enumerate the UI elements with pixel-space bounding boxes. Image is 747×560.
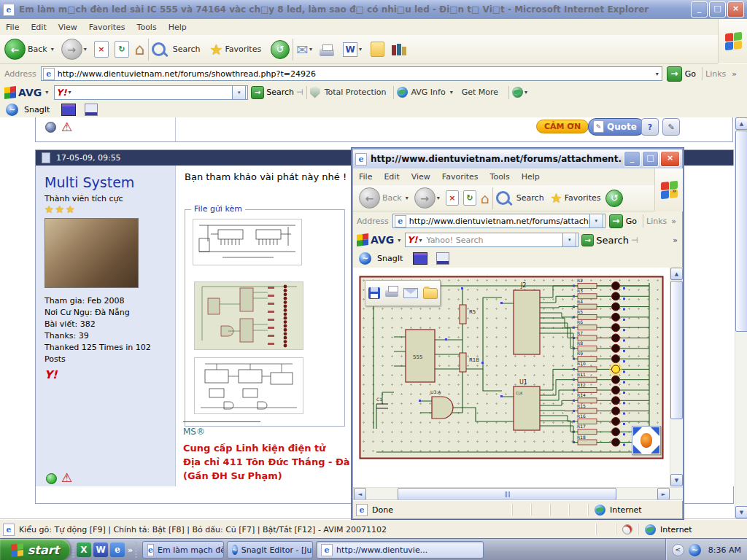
popup-avg-go-icon[interactable]: → bbox=[581, 234, 594, 246]
links-label[interactable]: Links bbox=[705, 69, 726, 79]
popup-avg-handle-icon[interactable]: ⊣ bbox=[631, 236, 638, 245]
tray-chevron-icon[interactable]: < bbox=[672, 544, 684, 556]
quicklaunch-chevron[interactable]: » bbox=[128, 545, 133, 555]
popup-snagit-label[interactable]: SnagIt bbox=[377, 254, 403, 263]
popup-back-dropdown-icon[interactable]: ▾ bbox=[406, 195, 409, 201]
popup-back-button[interactable]: ← bbox=[359, 187, 380, 209]
go-button-icon[interactable]: → bbox=[667, 66, 682, 82]
quicklaunch-ie-icon[interactable]: e bbox=[110, 542, 125, 557]
popup-avg-logo-icon[interactable] bbox=[357, 233, 368, 246]
links-chevron-icon[interactable]: » bbox=[732, 69, 737, 79]
popup-stop-button[interactable]: × bbox=[446, 190, 459, 206]
avg-search-box[interactable]: Y! ▾ ▾ bbox=[54, 85, 248, 100]
forward-button[interactable]: → bbox=[61, 39, 82, 60]
save-image-icon[interactable] bbox=[368, 287, 380, 299]
menu-favorites[interactable]: Favorites bbox=[83, 20, 131, 34]
quote-button[interactable]: ✎ Quote bbox=[588, 118, 645, 136]
popup-toolbar-chevron[interactable]: » bbox=[672, 186, 677, 195]
task-button-thread[interactable]: e Em làm mạch đèn led ... bbox=[142, 541, 224, 559]
snagit-icon[interactable]: ~ bbox=[6, 104, 18, 116]
quicklaunch-word-icon[interactable]: W bbox=[93, 542, 108, 557]
image-resize-icon[interactable] bbox=[632, 426, 661, 455]
favorites-icon[interactable]: ★ bbox=[210, 41, 223, 58]
popup-search-label[interactable]: Search bbox=[516, 193, 544, 203]
get-more-label[interactable]: Get More bbox=[462, 88, 498, 97]
avg-info-dropdown-icon[interactable]: ▾ bbox=[450, 89, 453, 96]
popup-menu-file[interactable]: File bbox=[353, 170, 378, 184]
popup-menu-view[interactable]: View bbox=[406, 170, 436, 184]
quickedit-button[interactable]: ✎ bbox=[662, 118, 680, 136]
maximize-button[interactable]: □ bbox=[709, 1, 726, 18]
popup-snagit-icon[interactable]: ~ bbox=[359, 252, 371, 265]
popup-scroll-thumb[interactable] bbox=[670, 281, 683, 419]
edit-with-word-icon[interactable]: W bbox=[343, 42, 357, 57]
schematic-image[interactable]: C1 555 R5 R18 J2 U1 CLK bbox=[359, 276, 664, 459]
popup-menu-help[interactable]: Help bbox=[516, 170, 546, 184]
scroll-down-button[interactable]: ▼ bbox=[735, 506, 747, 518]
popup-window[interactable]: e http://www.dientuvietnam.net/forums/at… bbox=[352, 148, 684, 519]
popup-favorites-label[interactable]: Favorites bbox=[565, 193, 601, 203]
popup-search-icon[interactable] bbox=[496, 191, 510, 205]
popup-avg-combo-dropdown[interactable]: ▾ bbox=[562, 233, 576, 247]
popup-title-bar[interactable]: e http://www.dientuvietnam.net/forums/at… bbox=[353, 149, 682, 168]
report-post-icon[interactable]: ⚠ bbox=[61, 470, 72, 485]
popup-avg-placeholder[interactable]: Yahoo! Search bbox=[426, 236, 562, 245]
popup-menu-favorites[interactable]: Favorites bbox=[436, 170, 484, 184]
menu-tools[interactable]: Tools bbox=[131, 20, 163, 34]
avg-handle-icon[interactable]: ⊣ bbox=[296, 88, 303, 97]
image-toolbar[interactable] bbox=[365, 280, 441, 306]
popup-maximize-button[interactable]: □ bbox=[642, 151, 659, 167]
snagit-capture-icon[interactable] bbox=[61, 104, 76, 116]
clock[interactable]: 8:36 AM bbox=[708, 545, 741, 555]
popup-minimize-button[interactable]: _ bbox=[624, 151, 640, 167]
popup-links-label[interactable]: Links bbox=[646, 217, 667, 226]
attachment-thumbnail-3[interactable] bbox=[194, 357, 303, 414]
popup-avg-search-box[interactable]: Y! ▾ Yahoo! Search ▾ bbox=[405, 233, 578, 247]
avg-combo-dropdown[interactable]: ▾ bbox=[232, 85, 246, 100]
address-dropdown-icon[interactable]: ▾ bbox=[656, 71, 659, 77]
popup-avg-dropdown-icon[interactable]: ▾ bbox=[398, 237, 400, 244]
minimize-button[interactable]: _ bbox=[691, 1, 708, 18]
popup-history-icon[interactable]: ↺ bbox=[605, 190, 623, 207]
popup-address-input[interactable]: e http://www.dientuvietnam.net/forums/at… bbox=[392, 214, 605, 228]
refresh-button[interactable]: ↻ bbox=[115, 41, 129, 58]
snagit-label[interactable]: SnagIt bbox=[24, 105, 50, 114]
forward-dropdown-icon[interactable]: ▾ bbox=[84, 46, 87, 52]
popup-forward-dropdown-icon[interactable]: ▾ bbox=[437, 195, 440, 201]
popup-go-label[interactable]: Go bbox=[626, 217, 637, 226]
popup-avg-search-label[interactable]: Search bbox=[596, 235, 629, 246]
menu-view[interactable]: View bbox=[53, 20, 83, 34]
popup-hscroll-thumb[interactable] bbox=[398, 488, 616, 500]
popup-menu-tools[interactable]: Tools bbox=[484, 170, 516, 184]
avg-logo-icon[interactable] bbox=[4, 85, 16, 98]
menu-file[interactable]: File bbox=[0, 20, 25, 34]
popup-menu-edit[interactable]: Edit bbox=[378, 170, 405, 184]
popup-hscrollbar[interactable]: ◄ ► bbox=[353, 487, 683, 501]
popup-close-button[interactable]: × bbox=[660, 151, 680, 167]
popup-scroll-right[interactable]: ► bbox=[657, 488, 670, 500]
popup-favorites-icon[interactable]: ★ bbox=[551, 190, 562, 206]
address-input[interactable]: e http://www.dientuvietnam.net/forums/sh… bbox=[41, 66, 662, 81]
yahoo-messenger-badge[interactable]: Y! bbox=[44, 368, 175, 381]
back-dropdown-icon[interactable]: ▾ bbox=[51, 46, 54, 52]
main-title-bar[interactable]: e Em làm m□ch đèn led sài IC 555 và 7416… bbox=[0, 0, 747, 19]
multiquote-button[interactable]: ? bbox=[641, 118, 659, 136]
popup-address-url[interactable]: http://www.dientuvietnam.net/forums/atta… bbox=[409, 217, 589, 226]
close-button[interactable]: × bbox=[727, 1, 744, 18]
print-icon[interactable] bbox=[320, 49, 334, 56]
discuss-icon[interactable] bbox=[371, 42, 384, 57]
mail-icon[interactable]: ✉ bbox=[296, 42, 308, 58]
main-vscrollbar[interactable]: ▲ ▼ bbox=[735, 117, 747, 519]
tray-snagit-icon[interactable]: ~ bbox=[689, 544, 701, 556]
popup-snagit-editor-icon[interactable] bbox=[436, 252, 449, 265]
scroll-thumb[interactable] bbox=[735, 131, 747, 332]
task-button-snagit[interactable]: ~ SnagIt Editor - [Jun 2... bbox=[227, 541, 313, 559]
popup-address-dropdown[interactable]: ▾ bbox=[589, 214, 603, 228]
start-button[interactable]: start bbox=[0, 539, 70, 560]
menu-help[interactable]: Help bbox=[163, 20, 193, 34]
popup-refresh-button[interactable]: ↻ bbox=[463, 190, 476, 206]
quicklaunch-excel-icon[interactable]: X bbox=[77, 542, 91, 557]
open-folder-icon[interactable] bbox=[423, 288, 438, 299]
menu-edit[interactable]: Edit bbox=[25, 20, 52, 34]
popup-snagit-capture-icon[interactable] bbox=[413, 252, 427, 265]
